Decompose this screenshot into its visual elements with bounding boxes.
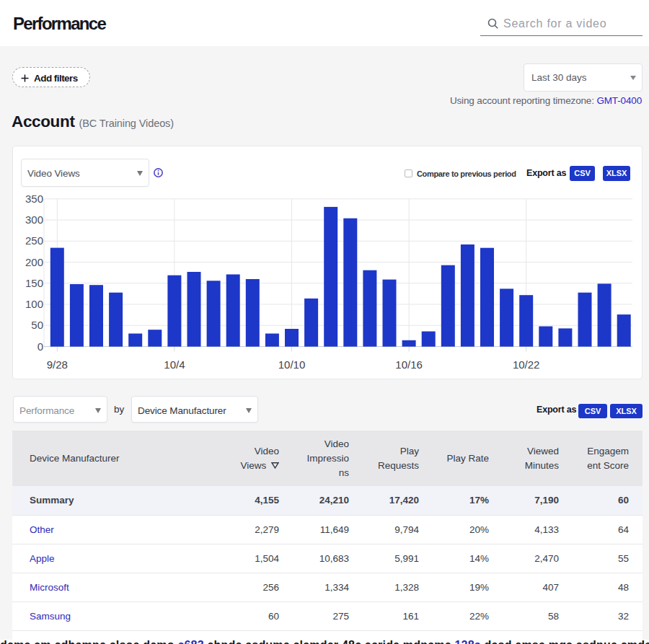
svg-text:150: 150 (25, 277, 43, 289)
svg-text:350: 350 (25, 193, 43, 205)
svg-text:10/4: 10/4 (164, 358, 185, 371)
svg-text:100: 100 (25, 298, 43, 310)
svg-text:10/10: 10/10 (278, 358, 306, 371)
svg-text:50: 50 (31, 319, 43, 331)
svg-text:250: 250 (25, 234, 43, 247)
svg-text:200: 200 (25, 256, 43, 268)
svg-text:9/28: 9/28 (47, 358, 68, 371)
svg-text:10/16: 10/16 (395, 358, 423, 371)
svg-text:300: 300 (25, 213, 43, 226)
svg-text:10/22: 10/22 (513, 358, 540, 371)
svg-text:0: 0 (37, 340, 43, 353)
